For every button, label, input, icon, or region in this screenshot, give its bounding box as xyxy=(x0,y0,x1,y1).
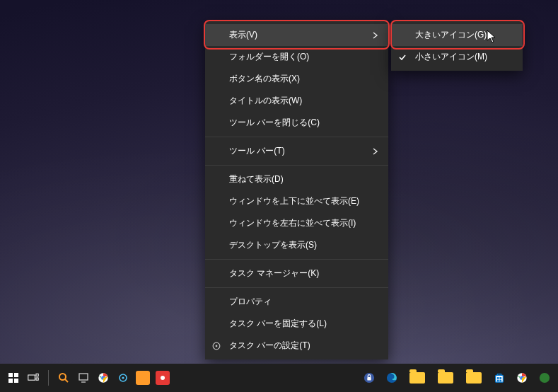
menu-item-label: 表示(V) xyxy=(229,29,257,41)
svg-rect-2 xyxy=(8,373,13,377)
menu-item-properties[interactable]: プロパティ xyxy=(205,291,388,313)
svg-point-27 xyxy=(540,373,550,383)
menu-separator xyxy=(205,259,388,260)
submenu-arrow-icon xyxy=(373,148,378,155)
svg-rect-23 xyxy=(497,380,499,382)
svg-point-9 xyxy=(59,374,66,380)
menu-item-label: ツール バー(T) xyxy=(229,145,285,157)
menu-item-label: プロパティ xyxy=(229,296,272,308)
menu-item-label: タスク マネージャー(K) xyxy=(229,267,319,279)
svg-point-16 xyxy=(122,376,124,379)
task-view-button[interactable] xyxy=(24,364,42,392)
menu-item-label: タスク バーを固定する(L) xyxy=(229,318,327,330)
menu-item-task-manager[interactable]: タスク マネージャー(K) xyxy=(205,263,388,284)
taskbar[interactable] xyxy=(0,364,558,392)
taskbar-app-record[interactable] xyxy=(153,364,172,392)
taskbar-app-monitor[interactable] xyxy=(74,364,93,392)
menu-item-label: ウィンドウを左右に並べて表示(I) xyxy=(229,217,356,229)
taskbar-app-folder-2[interactable] xyxy=(434,364,458,392)
menu-item-show-desktop[interactable]: デスクトップを表示(S) xyxy=(205,234,388,256)
menu-item-label: ツール バーを閉じる(C) xyxy=(229,117,320,129)
menu-item-cascade[interactable]: 重ねて表示(D) xyxy=(205,168,388,190)
taskbar-app-folder-1[interactable] xyxy=(405,364,429,392)
menu-separator xyxy=(205,287,388,288)
svg-rect-8 xyxy=(36,378,38,380)
menu-item-label: タスク バーの設定(T) xyxy=(229,340,310,352)
menu-item-stack-horizontal[interactable]: ウィンドウを左右に並べて表示(I) xyxy=(205,212,388,234)
svg-rect-3 xyxy=(14,373,18,377)
menu-item-label: デスクトップを表示(S) xyxy=(229,239,317,251)
svg-rect-5 xyxy=(14,379,18,383)
taskbar-app-search[interactable] xyxy=(54,364,73,392)
menu-item-taskbar-settings[interactable]: タスク バーの設定(T) xyxy=(205,335,388,357)
menu-item-show-button-name[interactable]: ボタン名の表示(X) xyxy=(205,68,388,90)
taskbar-app-store[interactable] xyxy=(490,364,508,392)
svg-rect-11 xyxy=(79,374,88,380)
taskbar-app-notes[interactable] xyxy=(134,364,152,392)
submenu-item-large-icons[interactable]: 大きいアイコン(G) xyxy=(391,24,523,46)
svg-rect-24 xyxy=(499,380,501,382)
menu-item-stack-vertical[interactable]: ウィンドウを上下に並べて表示(E) xyxy=(205,190,388,212)
taskbar-app-settings[interactable] xyxy=(114,364,132,392)
taskbar-app-edge[interactable] xyxy=(383,364,401,392)
svg-rect-7 xyxy=(36,374,38,376)
menu-separator xyxy=(205,137,388,137)
svg-point-1 xyxy=(216,345,218,347)
menu-separator xyxy=(205,165,388,166)
taskbar-app-security[interactable] xyxy=(360,364,378,392)
menu-item-view[interactable]: 表示(V) xyxy=(205,24,388,46)
menu-item-toolbars[interactable]: ツール バー(T) xyxy=(205,140,388,162)
check-icon xyxy=(398,53,407,62)
menu-item-lock-taskbar[interactable]: タスク バーを固定する(L) xyxy=(205,313,388,335)
taskbar-app-folder-3[interactable] xyxy=(462,364,486,392)
taskbar-app-chrome[interactable] xyxy=(94,364,112,392)
menu-item-label: ウィンドウを上下に並べて表示(E) xyxy=(229,195,359,207)
menu-item-open-folder[interactable]: フォルダーを開く(O) xyxy=(205,46,388,68)
taskbar-left-group xyxy=(4,364,172,392)
submenu-item-small-icons[interactable]: 小さいアイコン(M) xyxy=(391,46,523,68)
menu-item-close-toolbar[interactable]: ツール バーを閉じる(C) xyxy=(205,112,388,134)
svg-rect-4 xyxy=(8,379,13,383)
taskbar-right-group xyxy=(360,364,554,392)
view-submenu: 大きいアイコン(G) 小さいアイコン(M) xyxy=(391,21,523,71)
menu-item-label: ボタン名の表示(X) xyxy=(229,73,300,85)
gear-icon xyxy=(211,340,222,352)
svg-rect-6 xyxy=(28,375,35,380)
taskbar-context-menu: 表示(V) フォルダーを開く(O) ボタン名の表示(X) タイトルの表示(W) … xyxy=(205,21,388,359)
svg-rect-20 xyxy=(496,375,504,382)
menu-item-label: タイトルの表示(W) xyxy=(229,95,302,107)
menu-item-show-title[interactable]: タイトルの表示(W) xyxy=(205,90,388,112)
submenu-arrow-icon xyxy=(373,32,378,39)
taskbar-app-generic[interactable] xyxy=(535,364,554,392)
svg-line-10 xyxy=(65,379,68,382)
start-button[interactable] xyxy=(4,364,23,392)
taskbar-separator xyxy=(48,370,49,386)
submenu-item-label: 小さいアイコン(M) xyxy=(415,51,487,63)
svg-rect-21 xyxy=(497,377,499,379)
menu-item-label: フォルダーを開く(O) xyxy=(229,51,309,63)
taskbar-app-chrome-2[interactable] xyxy=(513,364,531,392)
menu-item-label: 重ねて表示(D) xyxy=(229,173,284,185)
submenu-item-label: 大きいアイコン(G) xyxy=(415,29,487,41)
svg-rect-18 xyxy=(367,377,371,380)
svg-rect-22 xyxy=(499,377,501,379)
